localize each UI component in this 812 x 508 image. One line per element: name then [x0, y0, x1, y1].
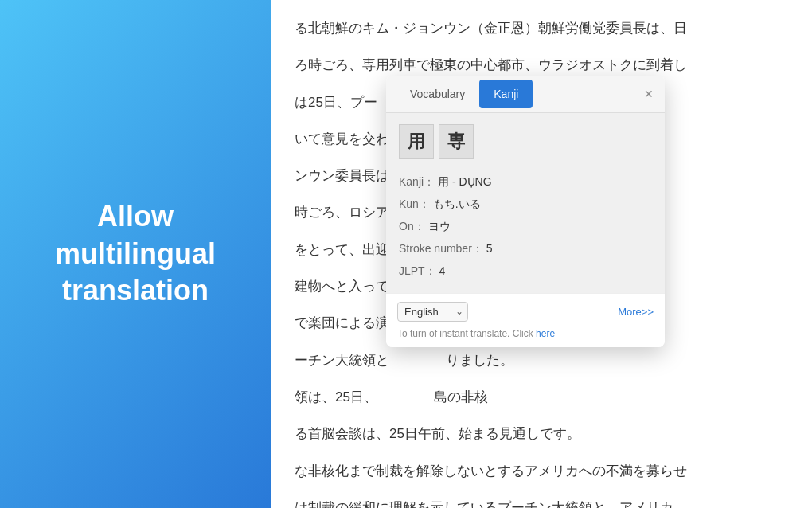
- kun-value: もち.いる: [433, 197, 481, 210]
- stroke-label: Stroke number：: [399, 242, 483, 255]
- language-select[interactable]: English Japanese Chinese: [397, 302, 468, 322]
- kanji-row: Kanji： 用 - DỤNG: [399, 170, 652, 193]
- jlpt-row: JLPT： 4: [399, 260, 652, 282]
- popup-header: Vocabulary Kanji ✕: [386, 76, 665, 113]
- left-panel: Allow multilingual translation: [0, 0, 271, 508]
- tab-vocabulary[interactable]: Vocabulary: [396, 80, 479, 108]
- popup-footer-top: English Japanese Chinese More>>: [397, 302, 654, 322]
- jlpt-label: JLPT：: [399, 264, 436, 277]
- popup-footer: English Japanese Chinese More>> To turn …: [386, 293, 665, 347]
- hint-text: To turn of instant translate. Click: [397, 328, 536, 339]
- popup-body: 用 専 Kanji： 用 - DỤNG Kun： もち.いる On： ヨウ St…: [386, 113, 665, 293]
- more-link[interactable]: More>>: [618, 306, 654, 318]
- stroke-value: 5: [486, 242, 493, 255]
- on-row: On： ヨウ: [399, 215, 652, 237]
- hint-link[interactable]: here: [536, 328, 555, 339]
- kanji-label: Kanji：: [399, 175, 435, 188]
- close-button[interactable]: ✕: [641, 86, 657, 102]
- kanji-value: 用 - DỤNG: [438, 175, 492, 188]
- on-label: On：: [399, 220, 425, 233]
- on-value: ヨウ: [428, 220, 451, 233]
- kun-label: Kun：: [399, 197, 430, 210]
- tab-kanji[interactable]: Kanji: [479, 80, 533, 108]
- kanji-char-2: 専: [439, 124, 474, 159]
- kun-row: Kun： もち.いる: [399, 193, 652, 215]
- kanji-info: Kanji： 用 - DỤNG Kun： もち.いる On： ヨウ Stroke…: [399, 170, 652, 282]
- kanji-chars-row: 用 専: [399, 124, 652, 159]
- hero-text: Allow multilingual translation: [0, 182, 271, 326]
- kanji-char-1: 用: [399, 124, 434, 159]
- right-panel: る北朝鮮のキム・ジョンウン（金正恩）朝鮮労働党委員長は、日 ろ時ごろ、専用列車で…: [271, 0, 812, 508]
- popup-footer-bottom: To turn of instant translate. Click here: [397, 328, 654, 339]
- stroke-row: Stroke number： 5: [399, 237, 652, 260]
- language-select-wrap[interactable]: English Japanese Chinese: [397, 302, 468, 322]
- popup-card: Vocabulary Kanji ✕ 用 専 Kanji： 用 - DỤNG K…: [386, 76, 665, 347]
- jlpt-value: 4: [439, 264, 446, 277]
